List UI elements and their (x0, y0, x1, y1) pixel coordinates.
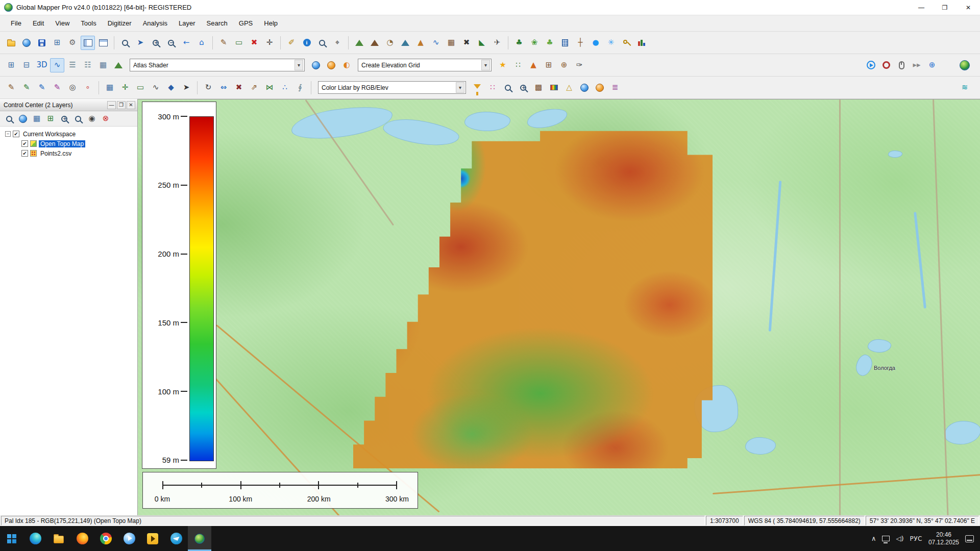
atlas-shader-combobox[interactable]: Atlas Shader ▾ (130, 59, 305, 71)
gps-button[interactable]: ⌖ (330, 36, 345, 50)
mouse-settings-button[interactable] (894, 58, 909, 72)
speed-button[interactable]: ▸▸ (910, 58, 924, 72)
open-online-button[interactable] (19, 36, 34, 50)
zoom-tool-button[interactable] (118, 36, 132, 50)
shape-tools-button[interactable]: ▭ (133, 81, 148, 95)
color-lidar-combobox[interactable]: Color Lidar by RGB/Elev ▾ (318, 81, 466, 94)
notification-icon[interactable] (965, 535, 974, 542)
taskbar-player-button[interactable] (141, 526, 164, 551)
lidar-grid-button[interactable]: ▩ (531, 81, 546, 95)
play-flythrough-button[interactable] (864, 58, 878, 72)
tray-chevron-icon[interactable]: ∧ (871, 535, 876, 542)
split-line-button[interactable]: ⇗ (247, 81, 261, 95)
workspace-checkbox[interactable]: ✔ (13, 131, 19, 137)
add-globe-button[interactable]: ⊕ (925, 58, 939, 72)
lidar-globe-button[interactable] (577, 81, 592, 95)
menu-layer[interactable]: Layer (173, 15, 201, 31)
path-profile-button[interactable]: ∿ (429, 36, 443, 50)
create-grid-button[interactable] (368, 36, 382, 50)
lidar-zoom-button[interactable] (501, 81, 515, 95)
layer-checkbox[interactable]: ✔ (21, 150, 28, 157)
menu-edit[interactable]: Edit (27, 15, 50, 31)
minimize-button[interactable]: — (910, 0, 933, 15)
select-features-button[interactable]: ➤ (133, 36, 148, 50)
taskbar-chrome-button[interactable] (94, 526, 117, 551)
digitizer-tool-button[interactable]: ✎ (216, 36, 231, 50)
join-lines-button[interactable]: ⋈ (262, 81, 277, 95)
cc-maximize-button[interactable]: ❐ (117, 101, 126, 109)
layer-points2-csv[interactable]: Points2.csv (39, 150, 73, 157)
elevation-grid-combobox[interactable]: Create Elevation Grid ▾ (358, 59, 492, 71)
polygon-button[interactable]: ◆ (164, 81, 178, 95)
create-point-button[interactable]: ✎ (4, 81, 18, 95)
close-layer-button[interactable]: ⊗ (100, 113, 112, 125)
map-catalog-button[interactable]: ⊞ (50, 36, 64, 50)
elevation-legend-button[interactable] (352, 36, 366, 50)
layer-search-button[interactable] (72, 113, 84, 125)
terrain-shader-button[interactable]: ▲ (526, 58, 541, 72)
create-area-button[interactable]: ✎ (35, 81, 49, 95)
menu-search[interactable]: Search (201, 15, 233, 31)
control-center-button[interactable] (81, 36, 95, 50)
open-file-button[interactable] (4, 36, 18, 50)
vertex-edit-button[interactable]: ✛ (118, 81, 132, 95)
layer-metadata-button[interactable] (17, 113, 29, 125)
menu-analysis[interactable]: Analysis (137, 15, 173, 31)
zoom-out-button[interactable] (164, 36, 178, 50)
menu-gps[interactable]: GPS (233, 15, 258, 31)
open-layer-button[interactable] (3, 113, 15, 125)
curve-button[interactable]: ∿ (149, 81, 163, 95)
lidar-palette-button[interactable]: ≣ (608, 81, 622, 95)
terrain-paint-button[interactable]: ◣ (475, 36, 489, 50)
water-button[interactable]: ● (589, 36, 603, 50)
view-3d-button[interactable]: 3D (35, 58, 49, 72)
spatial-ops-button[interactable]: ⊕ (557, 58, 571, 72)
feature-info-button[interactable] (300, 36, 314, 50)
taskbar-firefox-button[interactable] (70, 526, 94, 551)
full-view-button[interactable]: ⌂ (194, 36, 209, 50)
layer-eye-button[interactable]: ◉ (86, 113, 98, 125)
configure-button[interactable]: ⚙ (65, 36, 80, 50)
grid-create-button[interactable]: ▦ (103, 81, 117, 95)
vertices-button[interactable]: ∴ (278, 81, 292, 95)
day-night-button[interactable]: ◐ (339, 58, 354, 72)
taskbar-media-button[interactable] (117, 526, 141, 551)
lidar-profile-button[interactable]: ☰ (65, 58, 80, 72)
snow-button[interactable]: ✳ (604, 36, 618, 50)
delete-feature-button[interactable]: ✖ (247, 36, 261, 50)
buildings-button[interactable] (558, 36, 572, 50)
move-feature-button[interactable]: ✛ (262, 36, 277, 50)
lidar-filter-button[interactable] (470, 81, 484, 95)
grid-tools-button[interactable]: ⊞ (542, 58, 556, 72)
close-button[interactable]: ✕ (957, 0, 980, 15)
attach-button[interactable]: ∮ (293, 81, 307, 95)
measure-button[interactable]: ✐ (284, 36, 299, 50)
edit-features-button[interactable]: ▭ (232, 36, 246, 50)
delete-vertex-button[interactable]: ✖ (232, 81, 246, 95)
contour-button[interactable]: ◔ (383, 36, 397, 50)
mountain-view-button[interactable] (111, 58, 126, 72)
clock[interactable]: 20:46 07.12.2025 (928, 531, 959, 546)
globe-view-button[interactable] (958, 58, 972, 72)
workspace-expander[interactable]: − (5, 131, 11, 137)
world-imagery-button[interactable] (324, 58, 338, 72)
snap-button[interactable]: ∘ (81, 81, 95, 95)
language-indicator[interactable]: РУС (910, 535, 922, 542)
raster-calc-button[interactable]: ▦ (444, 36, 458, 50)
watershed-button[interactable] (398, 36, 412, 50)
create-text-button[interactable]: ✎ (50, 81, 64, 95)
taskbar-globalmapper-button[interactable] (188, 526, 211, 551)
taskbar-telegram-button[interactable] (164, 526, 188, 551)
create-range-ring-button[interactable]: ◎ (65, 81, 80, 95)
move-vertex-button[interactable]: ⇔ (216, 81, 231, 95)
view-shed-button[interactable]: ▲ (413, 36, 428, 50)
attribute-table-button[interactable]: ▦ (31, 113, 43, 125)
network-icon[interactable] (882, 536, 890, 541)
zoom-in-button[interactable] (149, 36, 163, 50)
point-density-button[interactable]: ∷ (511, 58, 525, 72)
forest-analysis-button[interactable]: ♣ (512, 36, 526, 50)
create-line-button[interactable]: ✎ (19, 81, 34, 95)
start-button[interactable] (0, 526, 23, 551)
utility-pole-button[interactable]: ┼ (573, 36, 587, 50)
maximize-button[interactable]: ❐ (933, 0, 957, 15)
